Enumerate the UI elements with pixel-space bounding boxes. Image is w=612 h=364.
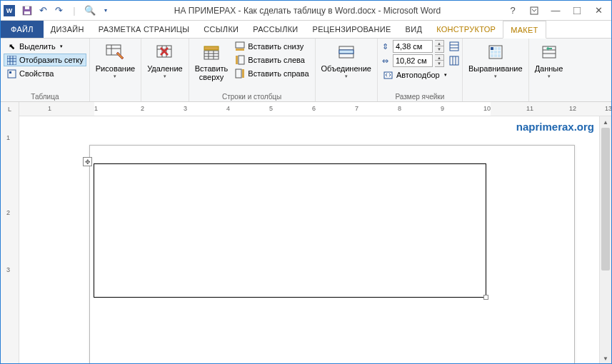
tab-design[interactable]: ДИЗАЙН xyxy=(44,21,91,38)
insert-right-button[interactable]: Вставить справа xyxy=(232,67,311,80)
maximize-icon[interactable] xyxy=(570,4,584,18)
title-bar: W ↶ ↷ | 🔍 ▾ НА ПРИМЕРАХ - Как сделать та… xyxy=(1,1,611,21)
group-rows-columns: Вставить сверху Вставить снизу Вставить … xyxy=(189,39,316,101)
undo-icon[interactable]: ↶ xyxy=(36,4,49,17)
insert-left-button[interactable]: Вставить слева xyxy=(232,54,311,66)
svg-rect-35 xyxy=(450,42,458,51)
tab-references[interactable]: ССЫЛКИ xyxy=(196,21,246,38)
ruler-tab-selector[interactable]: L xyxy=(1,102,19,116)
autofit-button[interactable]: Автоподбор▾ xyxy=(381,69,459,81)
group-rows-cols-label: Строки и столбцы xyxy=(192,91,312,101)
horizontal-ruler[interactable]: 112345678910111213 xyxy=(19,102,611,116)
table-cell[interactable] xyxy=(94,163,486,298)
ribbon-tabs: ФАЙЛ ДИЗАЙН РАЗМЕТКА СТРАНИЦЫ ССЫЛКИ РАС… xyxy=(1,21,611,39)
distribute-rows-icon[interactable] xyxy=(449,41,459,51)
vertical-scrollbar[interactable]: ▲ ▼ xyxy=(599,116,611,364)
distribute-cols-icon[interactable] xyxy=(449,56,459,66)
ruler-mark: 10 xyxy=(483,105,491,112)
select-button[interactable]: ⬉Выделить▾ xyxy=(4,40,86,53)
data-label: Данные xyxy=(535,64,563,73)
ruler-mark: 3 xyxy=(6,266,10,273)
delete-label: Удаление xyxy=(147,64,183,73)
scroll-up-icon[interactable]: ▲ xyxy=(600,116,611,128)
tab-view[interactable]: ВИД xyxy=(398,21,430,38)
scrollbar-thumb[interactable] xyxy=(601,128,610,271)
svg-rect-19 xyxy=(204,51,219,59)
col-width-spinner[interactable]: ▲▼ xyxy=(435,54,444,67)
data-button[interactable]: Данные ▾ xyxy=(532,40,566,81)
ribbon-options-icon[interactable] xyxy=(527,4,541,18)
delete-button[interactable]: Удаление ▾ xyxy=(144,40,186,81)
draw-table-icon xyxy=(104,41,126,63)
table-resize-handle[interactable] xyxy=(483,295,488,300)
ruler-mark: 3 xyxy=(184,105,187,112)
alignment-icon xyxy=(485,41,506,63)
insert-below-button[interactable]: Вставить снизу xyxy=(232,40,311,53)
watermark-text: naprimerax.org xyxy=(516,121,594,133)
properties-label: Свойства xyxy=(19,69,54,78)
group-merge: Объединение ▾ xyxy=(316,39,378,101)
chevron-down-icon: ▾ xyxy=(548,74,551,79)
view-gridlines-button[interactable]: Отобразить сетку xyxy=(4,54,86,66)
qat-dropdown-icon[interactable]: ▾ xyxy=(99,4,112,17)
chevron-down-icon: ▾ xyxy=(494,74,497,79)
tab-layout[interactable]: МАКЕТ xyxy=(503,21,546,39)
row-height-spinner[interactable]: ▲▼ xyxy=(435,40,444,53)
insert-left-label: Вставить слева xyxy=(248,56,305,64)
tab-page-layout[interactable]: РАЗМЕТКА СТРАНИЦЫ xyxy=(91,21,197,38)
insert-above-button[interactable]: Вставить сверху xyxy=(192,40,231,83)
ruler-mark: 2 xyxy=(6,209,10,216)
merge-icon xyxy=(336,41,357,63)
svg-rect-30 xyxy=(242,69,244,78)
work-area: 123 naprimerax.org ✥ ▲ ▼ xyxy=(1,116,611,364)
tab-file[interactable]: ФАЙЛ xyxy=(1,21,44,38)
tab-constructor[interactable]: КОНСТРУКТОР xyxy=(429,21,503,38)
svg-rect-26 xyxy=(236,49,244,51)
chevron-down-icon: ▾ xyxy=(114,74,116,79)
properties-button[interactable]: Свойства xyxy=(4,67,86,80)
ruler-mark: 4 xyxy=(226,105,230,112)
svg-rect-41 xyxy=(384,72,392,79)
tab-mailings[interactable]: РАССЫЛКИ xyxy=(246,21,305,38)
quick-access-toolbar: ↶ ↷ | 🔍 ▾ xyxy=(18,4,115,17)
svg-rect-10 xyxy=(8,70,16,78)
tab-review[interactable]: РЕЦЕНЗИРОВАНИЕ xyxy=(306,21,398,38)
chevron-down-icon: ▾ xyxy=(164,74,166,79)
ruler-mark: 1 xyxy=(94,105,98,112)
row-height-input[interactable]: 4,38 см xyxy=(393,40,433,53)
col-width-input[interactable]: 10,82 см xyxy=(393,54,433,67)
insert-below-icon xyxy=(235,41,245,51)
svg-rect-25 xyxy=(236,42,244,48)
merge-button[interactable]: Объединение ▾ xyxy=(318,40,374,81)
redo-icon[interactable]: ↷ xyxy=(52,4,65,17)
group-alignment: Выравнивание ▾ xyxy=(463,39,529,101)
svg-rect-11 xyxy=(9,71,11,74)
svg-rect-47 xyxy=(494,51,497,54)
document-area[interactable]: naprimerax.org ✥ ▲ ▼ xyxy=(19,116,611,364)
draw-label: Рисование xyxy=(96,64,135,73)
scroll-down-icon[interactable]: ▼ xyxy=(600,353,611,364)
zoom-icon[interactable]: 🔍 xyxy=(84,4,96,17)
pointer-icon: ⬉ xyxy=(6,41,16,51)
svg-rect-45 xyxy=(498,47,501,50)
svg-rect-43 xyxy=(491,47,493,50)
gridlines-label: Отобразить сетку xyxy=(19,56,84,64)
group-cell-size-label: Размер ячейки xyxy=(381,91,459,101)
table-move-handle-icon[interactable]: ✥ xyxy=(83,157,92,166)
ruler-mark: 11 xyxy=(526,105,533,112)
vertical-ruler[interactable]: 123 xyxy=(1,116,19,364)
window-controls: ? — ✕ xyxy=(500,4,611,18)
word-app-icon: W xyxy=(4,5,15,16)
minimize-icon[interactable]: — xyxy=(548,4,563,18)
group-table: ⬉Выделить▾ Отобразить сетку Свойства Таб… xyxy=(1,39,90,101)
help-icon[interactable]: ? xyxy=(506,4,520,18)
alignment-label: Выравнивание xyxy=(468,64,523,73)
save-icon[interactable] xyxy=(21,4,34,17)
group-table-label: Таблица xyxy=(4,91,86,101)
close-icon[interactable]: ✕ xyxy=(591,4,606,18)
qat-separator: | xyxy=(68,4,81,17)
draw-button[interactable]: Рисование ▾ xyxy=(93,40,138,81)
alignment-button[interactable]: Выравнивание ▾ xyxy=(466,40,526,81)
insert-right-label: Вставить справа xyxy=(248,69,308,78)
insert-below-label: Вставить снизу xyxy=(248,42,304,51)
